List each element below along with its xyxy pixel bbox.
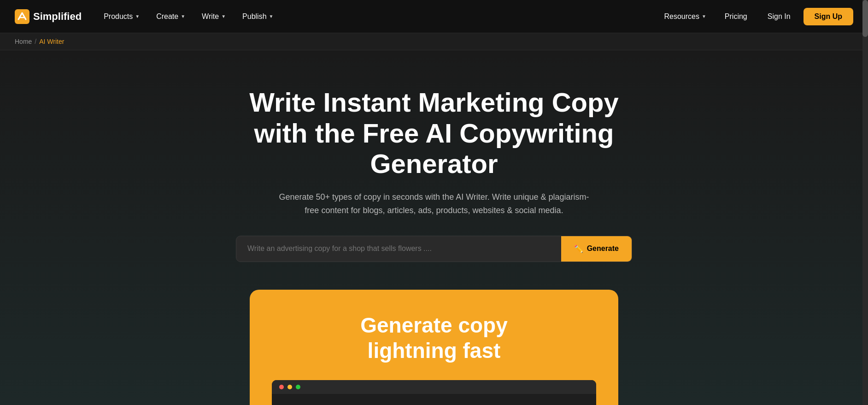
breadcrumb-current[interactable]: AI Writer [39, 38, 64, 45]
navbar: Simplified Products ▼ Create ▼ Write ▼ P… [0, 0, 868, 33]
preview-card: Generate copylightning fast Playground D… [250, 290, 618, 405]
chevron-down-icon: ▼ [135, 14, 140, 19]
sign-up-button[interactable]: Sign Up [803, 8, 853, 25]
nav-right: Resources ▼ Pricing Sign In Sign Up [657, 8, 853, 25]
scrollbar[interactable] [862, 0, 868, 405]
sign-in-button[interactable]: Sign In [758, 9, 800, 24]
window-minimize-dot [287, 385, 292, 389]
search-bar: ✏️ Generate [236, 236, 632, 262]
window-close-dot [279, 385, 284, 389]
nav-create[interactable]: Create ▼ [149, 9, 193, 24]
nav-products[interactable]: Products ▼ [96, 9, 147, 24]
search-input[interactable] [236, 236, 561, 261]
svg-rect-0 [15, 9, 29, 24]
mock-screen-titlebar [272, 380, 596, 394]
nav-write[interactable]: Write ▼ [194, 9, 233, 24]
generate-button[interactable]: ✏️ Generate [561, 236, 632, 262]
chevron-down-icon: ▼ [221, 14, 226, 19]
hero-title: Write Instant Marketing Copy with the Fr… [236, 87, 632, 179]
breadcrumb-separator: / [35, 38, 36, 45]
nav-resources[interactable]: Resources ▼ [657, 9, 713, 24]
chevron-down-icon: ▼ [181, 14, 185, 19]
nav-pricing[interactable]: Pricing [717, 9, 755, 24]
logo-text: Simplified [33, 11, 82, 23]
breadcrumb: Home / AI Writer [0, 33, 868, 50]
scrollbar-thumb[interactable] [862, 0, 868, 37]
mock-screen-content: Playground Documents Favorites [272, 394, 596, 405]
chevron-down-icon: ▼ [269, 14, 274, 19]
mock-screen: Playground Documents Favorites [272, 380, 596, 405]
logo-icon [15, 9, 29, 24]
breadcrumb-home[interactable]: Home [15, 38, 32, 45]
pen-icon: ✏️ [574, 244, 583, 253]
logo[interactable]: Simplified [15, 9, 82, 24]
window-maximize-dot [296, 385, 300, 389]
hero-section: Write Instant Marketing Copy with the Fr… [0, 50, 868, 405]
nav-links: Products ▼ Create ▼ Write ▼ Publish ▼ [96, 9, 657, 24]
hero-subtitle: Generate 50+ types of copy in seconds wi… [277, 191, 591, 217]
preview-card-title: Generate copylightning fast [360, 313, 508, 363]
chevron-down-icon: ▼ [702, 14, 706, 19]
nav-publish[interactable]: Publish ▼ [235, 9, 281, 24]
